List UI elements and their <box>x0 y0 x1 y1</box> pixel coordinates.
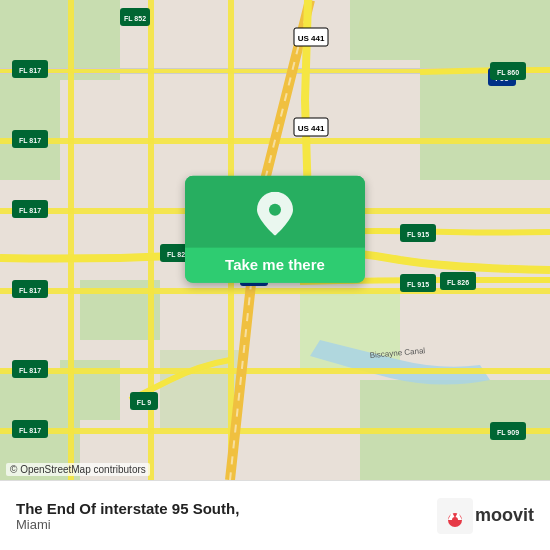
svg-text:FL 915: FL 915 <box>407 281 429 288</box>
moovit-logo: moovit <box>437 498 534 534</box>
svg-text:US 441: US 441 <box>298 34 325 43</box>
svg-text:FL 860: FL 860 <box>497 69 519 76</box>
moovit-brand-text: moovit <box>475 505 534 526</box>
svg-text:FL 817: FL 817 <box>19 67 41 74</box>
button-label-area: Take me there <box>185 248 365 283</box>
location-info: The End Of interstate 95 South, Miami <box>16 500 437 532</box>
button-icon-area <box>185 176 365 248</box>
svg-text:FL 817: FL 817 <box>19 207 41 214</box>
svg-text:FL 817: FL 817 <box>19 367 41 374</box>
svg-text:FL 9: FL 9 <box>137 399 151 406</box>
location-subtitle: Miami <box>16 517 437 532</box>
svg-text:FL 826: FL 826 <box>447 279 469 286</box>
svg-text:FL 915: FL 915 <box>407 231 429 238</box>
take-me-there-label: Take me there <box>225 256 325 273</box>
map-view: Biscayne Canal I 95 <box>0 0 550 480</box>
svg-rect-20 <box>68 0 74 480</box>
bottom-info-bar: The End Of interstate 95 South, Miami mo… <box>0 480 550 550</box>
svg-rect-3 <box>350 0 550 60</box>
svg-point-60 <box>269 204 281 216</box>
location-pin-icon <box>257 192 293 236</box>
location-title: The End Of interstate 95 South, <box>16 500 437 517</box>
svg-text:US 441: US 441 <box>298 124 325 133</box>
svg-text:FL 817: FL 817 <box>19 137 41 144</box>
take-me-there-button[interactable]: Take me there <box>185 176 365 283</box>
moovit-icon <box>437 498 473 534</box>
svg-text:FL 817: FL 817 <box>19 287 41 294</box>
svg-rect-18 <box>0 368 550 374</box>
map-attribution: © OpenStreetMap contributors <box>6 463 150 476</box>
svg-text:FL 852: FL 852 <box>124 15 146 22</box>
svg-text:FL 817: FL 817 <box>19 427 41 434</box>
svg-point-64 <box>452 517 458 523</box>
svg-rect-19 <box>0 428 550 434</box>
svg-text:FL 909: FL 909 <box>497 429 519 436</box>
svg-rect-4 <box>420 60 550 180</box>
